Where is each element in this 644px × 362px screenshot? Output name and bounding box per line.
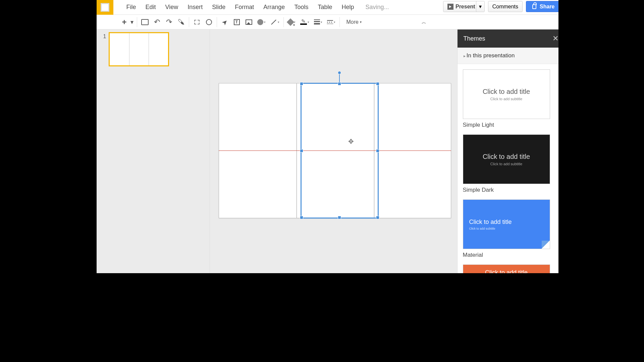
select-tool[interactable]: ➤ bbox=[216, 14, 232, 30]
shape-tool[interactable] bbox=[255, 16, 268, 28]
fit-icon bbox=[194, 20, 200, 24]
menu-edit[interactable]: Edit bbox=[141, 0, 161, 15]
theme-preview: Click to add title bbox=[463, 264, 550, 273]
line-icon bbox=[271, 19, 276, 25]
resize-handle-bm[interactable] bbox=[338, 216, 341, 219]
share-button[interactable]: Share bbox=[526, 1, 561, 12]
theme-preview: Click to add title Click to add subtitle bbox=[463, 199, 550, 249]
paint-format-button[interactable]: 🖌 bbox=[175, 16, 187, 28]
resize-handle-tr[interactable] bbox=[376, 82, 379, 85]
resize-handle-br[interactable] bbox=[376, 216, 379, 219]
border-dash-icon bbox=[327, 20, 333, 24]
themes-section-header[interactable]: In this presentation bbox=[458, 48, 565, 64]
letterbox-left bbox=[80, 0, 97, 273]
lock-icon bbox=[532, 4, 536, 9]
new-slide-button[interactable]: + bbox=[120, 16, 129, 28]
play-icon bbox=[447, 4, 453, 10]
theme-preview: Click to add title Click to add subtitle bbox=[463, 69, 550, 119]
workspace: 1 ✥ bbox=[80, 29, 565, 273]
present-button[interactable]: Present bbox=[443, 1, 480, 12]
print-icon bbox=[141, 19, 149, 25]
comments-button[interactable]: Comments bbox=[488, 1, 523, 12]
themes-list[interactable]: Click to add title Click to add subtitle… bbox=[458, 64, 565, 273]
textbox-icon: T bbox=[234, 19, 240, 25]
menu-arrange[interactable]: Arrange bbox=[259, 0, 289, 15]
app-window: File Edit View Insert Slide Format Arran… bbox=[80, 0, 565, 273]
theme-orange[interactable]: Click to add title bbox=[463, 264, 559, 273]
menu-view[interactable]: View bbox=[161, 0, 183, 15]
menu-slide[interactable]: Slide bbox=[207, 0, 230, 15]
theme-label: Simple Dark bbox=[463, 187, 559, 193]
themes-title: Themes bbox=[464, 35, 485, 42]
save-status: Saving... bbox=[365, 4, 389, 11]
print-button[interactable] bbox=[139, 16, 151, 28]
menu-table[interactable]: Table bbox=[313, 0, 337, 15]
thumbnail-preview[interactable] bbox=[109, 32, 169, 66]
theme-preview: Click to add title Click to add subtitle bbox=[463, 134, 550, 184]
menubar: File Edit View Insert Slide Format Arran… bbox=[80, 0, 565, 15]
fold-corner-icon bbox=[542, 241, 550, 249]
toolbar-more-button[interactable]: More▾ bbox=[342, 19, 366, 25]
theme-material[interactable]: Click to add title Click to add subtitle… bbox=[463, 199, 559, 258]
slides-logo-icon[interactable] bbox=[97, 0, 113, 15]
toolbar: + ▾ ↶ ↷ 🖌 ➤ T ✎ More▾ ︽ bbox=[80, 15, 565, 29]
menu-file[interactable]: File bbox=[122, 0, 141, 15]
border-weight-button[interactable] bbox=[312, 16, 324, 28]
border-dash-button[interactable] bbox=[325, 16, 337, 28]
move-cursor-icon: ✥ bbox=[348, 137, 354, 145]
canvas[interactable]: ✥ bbox=[210, 29, 457, 273]
undo-button[interactable]: ↶ bbox=[151, 16, 163, 28]
shape-icon bbox=[257, 19, 263, 25]
themes-panel: Themes ✕ In this presentation Click to a… bbox=[457, 29, 565, 273]
redo-button[interactable]: ↷ bbox=[163, 16, 175, 28]
resize-handle-ml[interactable] bbox=[300, 149, 303, 153]
resize-handle-mr[interactable] bbox=[376, 149, 379, 153]
present-dropdown[interactable]: ▾ bbox=[476, 1, 485, 12]
new-slide-dropdown[interactable]: ▾ bbox=[129, 16, 135, 28]
zoom-button[interactable] bbox=[203, 16, 215, 28]
fit-button[interactable] bbox=[191, 16, 203, 28]
letterbox-right bbox=[558, 0, 565, 273]
selection-box[interactable] bbox=[301, 83, 379, 219]
border-weight-icon bbox=[314, 19, 320, 24]
fill-icon bbox=[286, 18, 294, 26]
rotation-stem bbox=[339, 74, 340, 83]
border-color-button[interactable]: ✎ bbox=[298, 16, 311, 28]
zoom-icon bbox=[206, 19, 212, 25]
border-color-icon: ✎ bbox=[300, 19, 307, 25]
slide-thumbnail-1[interactable]: 1 bbox=[97, 32, 210, 66]
resize-handle-tm[interactable] bbox=[338, 82, 341, 85]
menu-help[interactable]: Help bbox=[337, 0, 359, 15]
image-tool[interactable] bbox=[243, 16, 255, 28]
collapse-toolbar-button[interactable]: ︽ bbox=[422, 19, 426, 25]
line-tool[interactable] bbox=[268, 16, 281, 28]
right-button-group: Present ▾ Comments Share bbox=[443, 1, 561, 12]
menu-tools[interactable]: Tools bbox=[289, 0, 313, 15]
image-icon bbox=[246, 19, 252, 25]
theme-simple-light[interactable]: Click to add title Click to add subtitle… bbox=[463, 69, 559, 128]
fill-color-button[interactable] bbox=[286, 16, 298, 28]
resize-handle-tl[interactable] bbox=[300, 82, 303, 85]
resize-handle-bl[interactable] bbox=[300, 216, 303, 219]
menu-insert[interactable]: Insert bbox=[183, 0, 207, 15]
theme-simple-dark[interactable]: Click to add title Click to add subtitle… bbox=[463, 134, 559, 193]
themes-panel-header: Themes ✕ bbox=[458, 29, 565, 48]
theme-label: Simple Light bbox=[463, 122, 559, 128]
slide-number: 1 bbox=[103, 32, 106, 66]
menu-format[interactable]: Format bbox=[230, 0, 259, 15]
filmstrip[interactable]: 1 bbox=[97, 29, 210, 273]
close-themes-button[interactable]: ✕ bbox=[552, 34, 558, 43]
rotation-handle[interactable] bbox=[338, 71, 341, 74]
theme-label: Material bbox=[463, 252, 559, 258]
